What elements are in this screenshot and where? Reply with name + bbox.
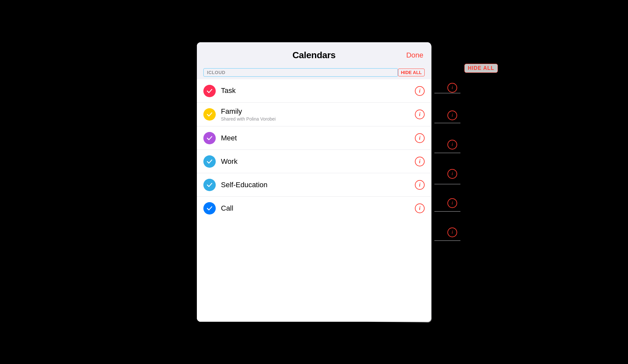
header: Calendars Done <box>197 42 431 66</box>
self-education-name: Self-Education <box>221 181 415 189</box>
calendar-list: Task i Family Shared with Pol <box>197 79 431 322</box>
self-education-check-circle <box>203 179 216 191</box>
ext-info-icon: i <box>452 201 453 206</box>
family-subtitle: Shared with Polina Vorobei <box>221 116 415 122</box>
work-check-circle <box>203 155 216 168</box>
task-info: Task <box>221 86 415 95</box>
ext-info-btn-4: i <box>447 169 457 179</box>
ext-info-btn-3: i <box>447 140 457 150</box>
ext-line-3 <box>434 153 460 153</box>
call-check-circle <box>203 202 216 214</box>
checkmark-icon <box>206 111 213 118</box>
checkmark-icon <box>206 87 213 95</box>
calendar-item-self-education[interactable]: Self-Education i <box>197 173 431 197</box>
ext-info-btn-1: i <box>447 83 457 93</box>
side-extensions: i i i i i i HIDE ALL <box>428 42 460 322</box>
meet-info-button[interactable]: i <box>415 133 425 143</box>
task-name: Task <box>221 86 415 95</box>
task-info-button[interactable]: i <box>415 86 425 96</box>
self-education-info-button[interactable]: i <box>415 180 425 190</box>
calendar-item-meet[interactable]: Meet i <box>197 126 431 150</box>
ext-line-5 <box>434 211 460 212</box>
ext-info-btn-2: i <box>447 110 457 120</box>
family-name: Family <box>221 107 415 116</box>
ext-info-btn-6: i <box>447 228 457 237</box>
checkmark-icon <box>206 135 213 142</box>
work-name: Work <box>221 157 415 166</box>
task-check-circle <box>203 85 216 97</box>
done-button[interactable]: Done <box>406 51 423 59</box>
ext-info-icon: i <box>452 230 453 235</box>
info-icon: i <box>419 135 420 141</box>
ext-line-6 <box>434 240 460 241</box>
ext-info-icon: i <box>452 171 453 176</box>
checkmark-icon <box>206 181 213 188</box>
calendar-item-task[interactable]: Task i <box>197 79 431 103</box>
info-icon: i <box>419 111 420 117</box>
page-title: Calendars <box>293 50 336 60</box>
hide-all-ext-label: HIDE ALL <box>468 65 494 71</box>
ext-info-icon: i <box>452 113 453 118</box>
meet-check-circle <box>203 132 216 144</box>
section-header: ICLOUD HIDE ALL <box>197 66 431 79</box>
ext-line-2 <box>434 123 460 123</box>
meet-name: Meet <box>221 134 415 142</box>
ext-info-btn-5: i <box>447 198 457 208</box>
ext-line-1 <box>434 93 460 93</box>
checkmark-icon <box>206 205 213 212</box>
call-info: Call <box>221 204 415 213</box>
ext-info-icon: i <box>452 85 453 90</box>
ext-line-4 <box>434 184 460 184</box>
info-icon: i <box>419 88 420 94</box>
hide-all-extension: HIDE ALL <box>464 64 498 73</box>
info-icon: i <box>419 182 420 188</box>
calendar-item-work[interactable]: Work i <box>197 150 431 173</box>
section-label: ICLOUD <box>203 68 398 77</box>
work-info: Work <box>221 157 415 166</box>
checkmark-icon <box>206 158 213 165</box>
info-icon: i <box>419 159 420 164</box>
calendar-item-family[interactable]: Family Shared with Polina Vorobei i <box>197 103 431 126</box>
self-education-info: Self-Education <box>221 181 415 189</box>
family-info-button[interactable]: i <box>415 110 425 119</box>
family-check-circle <box>203 108 216 121</box>
calendar-item-call[interactable]: Call i <box>197 197 431 220</box>
work-info-button[interactable]: i <box>415 157 425 166</box>
stack-layer-1: Calendars Done ICLOUD HIDE ALL <box>197 42 431 322</box>
calendars-panel: Calendars Done ICLOUD HIDE ALL <box>197 42 431 322</box>
family-info: Family Shared with Polina Vorobei <box>221 107 415 122</box>
hide-all-button[interactable]: HIDE ALL <box>398 69 425 76</box>
meet-info: Meet <box>221 134 415 142</box>
ext-info-icon: i <box>452 142 453 147</box>
call-name: Call <box>221 204 415 213</box>
call-info-button[interactable]: i <box>415 203 425 213</box>
info-icon: i <box>419 205 420 211</box>
